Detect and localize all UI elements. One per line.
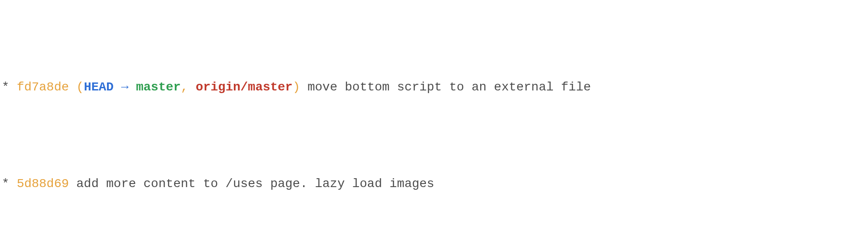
- ref-local-branch: master: [136, 80, 181, 94]
- commit-message: move bottom script to an external file: [308, 80, 591, 94]
- commit-hash: 5d88d69: [17, 177, 69, 191]
- git-log-output: * fd7a8de (HEAD → master, origin/master)…: [0, 0, 868, 227]
- refs-close: ): [292, 80, 300, 94]
- ref-sep: ,: [181, 80, 196, 94]
- refs-open: (: [76, 80, 84, 94]
- ref-arrow: →: [114, 80, 136, 94]
- commit-row: * 5d88d69 add more content to /uses page…: [2, 172, 868, 196]
- commit-row: * fd7a8de (HEAD → master, origin/master)…: [2, 75, 868, 100]
- ref-head: HEAD: [84, 80, 114, 94]
- commit-message: add more content to /uses page. lazy loa…: [76, 177, 434, 191]
- graph-marker: *: [2, 177, 9, 191]
- commit-hash: fd7a8de: [17, 80, 69, 94]
- ref-remote-branch: origin/master: [196, 80, 292, 94]
- graph-marker: *: [2, 80, 9, 94]
